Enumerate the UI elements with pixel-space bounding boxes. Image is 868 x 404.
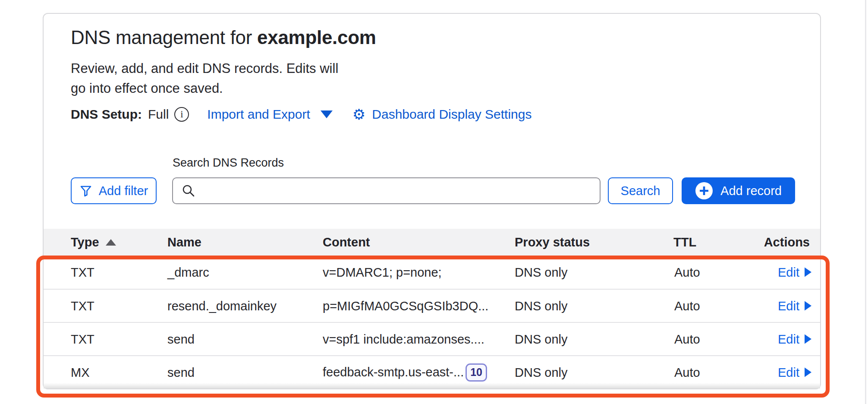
record-type: MX [71,365,90,379]
dashboard-display-settings-label: Dashboard Display Settings [372,107,531,122]
dns-setup-row: DNS Setup: Full i Import and Export ⚙ Da… [71,105,531,123]
dns-records-table-body: TXT _dmarc v=DMARC1; p=none; DNS only Au… [44,256,820,388]
dns-setup-value: Full [148,107,169,122]
add-filter-label: Add filter [99,184,148,198]
record-name: send [167,365,195,379]
page-edge-divider [865,0,866,404]
table-row: TXT send v=spf1 include:amazonses.... DN… [44,322,820,355]
plus-circle-icon [695,182,713,200]
info-icon[interactable]: i [174,107,189,122]
filter-funnel-icon [79,184,92,197]
search-input[interactable] [201,183,594,198]
caret-right-icon [805,301,811,311]
record-ttl: Auto [674,265,700,279]
record-proxy-status: DNS only [515,332,568,346]
record-proxy-status: DNS only [515,299,568,313]
caret-right-icon [805,335,811,344]
subtitle-line-2: go into effect once saved. [71,79,338,98]
search-dns-records-label: Search DNS Records [173,156,284,170]
record-name: resend._domainkey [167,299,277,313]
column-header-actions: Actions [764,229,810,256]
record-ttl: Auto [674,332,700,346]
subtitle-line-1: Review, add, and edit DNS records. Edits… [71,59,338,79]
column-header-type[interactable]: Type [71,229,116,256]
table-bottom-shadow [44,383,820,388]
record-type: TXT [71,299,94,313]
edit-record-link[interactable]: Edit [778,265,811,279]
record-ttl: Auto [674,365,700,379]
table-row: TXT _dmarc v=DMARC1; p=none; DNS only Au… [44,256,820,289]
record-type: TXT [71,265,94,279]
add-record-button[interactable]: Add record [682,177,795,204]
dns-management-page: DNS management for example.com Review, a… [0,0,868,404]
table-row: TXT resend._domainkey p=MIGfMA0GCSqGSIb3… [44,289,820,322]
search-input-container [172,177,601,204]
record-proxy-status: DNS only [515,365,568,379]
import-and-export-label: Import and Export [207,107,310,122]
dns-setup-label: DNS Setup: [71,107,142,122]
column-header-proxy-status[interactable]: Proxy status [515,229,590,256]
add-filter-button[interactable]: Add filter [71,177,157,204]
record-type: TXT [71,332,94,346]
import-and-export-link[interactable]: Import and Export [207,107,332,122]
add-record-label: Add record [720,184,782,198]
search-icon [182,184,195,198]
record-ttl: Auto [674,299,700,313]
record-name: send [167,332,195,346]
table-header-row: Type Name Content Proxy status TTL Actio… [44,229,820,256]
record-content: v=DMARC1; p=none; [323,265,442,279]
chevron-down-icon [321,110,333,118]
page-subtitle: Review, add, and edit DNS records. Edits… [71,59,338,98]
edit-record-link[interactable]: Edit [778,332,811,346]
record-content: feedback-smtp.us-east-... 10 [323,363,487,382]
edit-record-link[interactable]: Edit [778,365,811,379]
caret-right-icon [805,268,811,277]
edit-record-link[interactable]: Edit [778,299,811,313]
page-title: DNS management for example.com [71,27,376,48]
page-title-prefix: DNS management for [71,27,257,48]
search-button-label: Search [621,184,660,198]
record-proxy-status: DNS only [515,265,568,279]
mx-priority-badge: 10 [465,363,487,382]
record-name: _dmarc [167,265,209,279]
record-content: v=spf1 include:amazonses.... [323,332,484,346]
caret-right-icon [805,368,811,377]
record-content: p=MIGfMA0GCSqGSIb3DQ... [323,299,488,313]
column-header-name[interactable]: Name [167,229,201,256]
search-button[interactable]: Search [608,177,673,204]
column-header-content[interactable]: Content [323,229,370,256]
column-header-ttl[interactable]: TTL [673,229,696,256]
gear-icon: ⚙ [352,107,365,122]
dashboard-display-settings-link[interactable]: ⚙ Dashboard Display Settings [352,107,532,122]
sort-ascending-icon [106,239,116,246]
page-title-domain: example.com [257,27,376,48]
